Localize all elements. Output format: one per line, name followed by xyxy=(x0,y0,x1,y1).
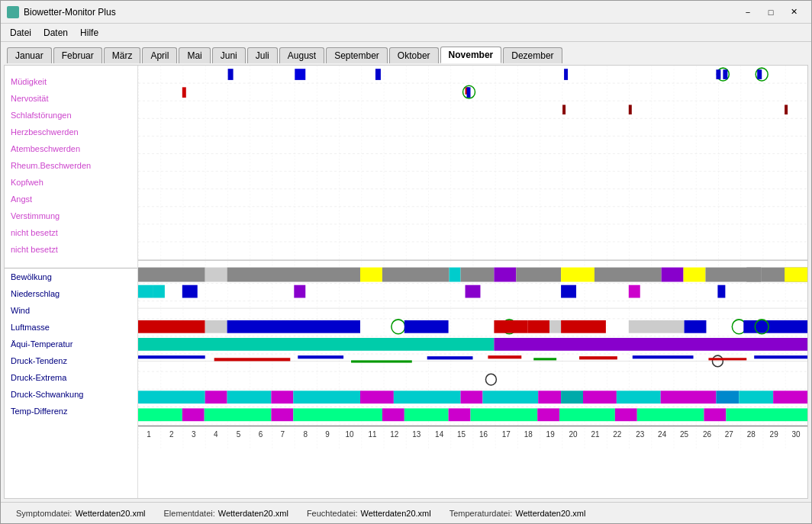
label-nicht-besetzt-1: nicht besetzt xyxy=(5,224,137,241)
svg-rect-22 xyxy=(228,69,234,80)
svg-rect-23 xyxy=(295,69,305,80)
svg-text:27: 27 xyxy=(725,430,733,439)
app-window: Biowetter-Monitor Plus − □ ✕ Datei Daten… xyxy=(0,0,812,524)
svg-text:26: 26 xyxy=(703,430,711,439)
svg-rect-126 xyxy=(704,408,726,421)
svg-text:11: 11 xyxy=(368,430,376,439)
svg-rect-49 xyxy=(594,268,662,282)
svg-rect-26 xyxy=(716,69,720,79)
svg-rect-36 xyxy=(562,104,566,114)
svg-rect-116 xyxy=(271,408,293,421)
status-symptom: Symptomdatei: Wetterdaten20.xml xyxy=(7,509,155,518)
svg-rect-89 xyxy=(533,358,556,360)
tab-februar[interactable]: Februar xyxy=(53,47,102,63)
tab-august[interactable]: August xyxy=(279,47,324,63)
svg-rect-86 xyxy=(351,360,412,362)
tab-september[interactable]: September xyxy=(326,47,388,63)
label-niederschlag: Niederschlag xyxy=(5,285,137,302)
svg-text:7: 7 xyxy=(281,430,285,439)
svg-rect-61 xyxy=(561,285,576,298)
svg-text:28: 28 xyxy=(747,430,756,439)
minimize-button[interactable]: − xyxy=(736,5,759,20)
tab-november[interactable]: November xyxy=(440,47,502,63)
svg-rect-104 xyxy=(482,391,538,403)
svg-rect-127 xyxy=(726,408,807,421)
svg-rect-93 xyxy=(708,358,746,360)
svg-rect-94 xyxy=(754,355,807,358)
svg-rect-74 xyxy=(561,320,606,333)
title-controls: − □ ✕ xyxy=(736,5,805,20)
svg-rect-54 xyxy=(746,268,761,282)
label-bevoelkung: Bewölkung xyxy=(5,268,137,285)
svg-rect-92 xyxy=(633,355,694,358)
chart-area: 1 2 3 4 5 6 7 8 9 10 11 12 13 14 15 16 1 xyxy=(138,66,807,498)
svg-rect-44 xyxy=(450,268,461,282)
svg-text:22: 22 xyxy=(613,430,621,439)
svg-rect-60 xyxy=(466,285,481,298)
menu-daten[interactable]: Daten xyxy=(37,26,74,40)
svg-text:17: 17 xyxy=(502,430,511,439)
tab-mai[interactable]: Mai xyxy=(179,47,210,63)
title-bar-left: Biowetter-Monitor Plus xyxy=(7,6,116,18)
svg-text:2: 2 xyxy=(169,430,174,439)
svg-rect-103 xyxy=(461,391,483,403)
label-nicht-besetzt-2: nicht besetzt xyxy=(5,241,137,258)
svg-rect-37 xyxy=(629,104,632,114)
tab-dezember[interactable]: Dezember xyxy=(503,47,562,63)
svg-rect-107 xyxy=(583,391,617,403)
month-tabs: Januar Februar März April Mai Juni Juli … xyxy=(1,42,811,65)
svg-rect-114 xyxy=(182,408,205,421)
svg-text:9: 9 xyxy=(325,430,330,439)
labels-column: Müdigkeit Nervosität Schlafstörungen Her… xyxy=(5,66,138,498)
feuchte-label: Feuchtedatei: xyxy=(307,509,358,518)
svg-rect-122 xyxy=(537,408,559,421)
svg-rect-123 xyxy=(559,408,615,421)
svg-rect-102 xyxy=(394,391,461,403)
svg-rect-106 xyxy=(561,391,583,403)
window-title: Biowetter-Monitor Plus xyxy=(24,7,116,18)
svg-rect-39 xyxy=(138,268,205,282)
svg-text:8: 8 xyxy=(303,430,308,439)
svg-rect-58 xyxy=(182,285,198,298)
svg-text:10: 10 xyxy=(346,430,354,439)
svg-rect-91 xyxy=(579,356,617,359)
svg-text:19: 19 xyxy=(546,430,555,439)
label-luftmasse: Luftmasse xyxy=(5,319,137,336)
svg-rect-27 xyxy=(723,69,727,79)
svg-rect-110 xyxy=(716,391,739,403)
menu-datei[interactable]: Datei xyxy=(4,26,37,40)
chart-svg: 1 2 3 4 5 6 7 8 9 10 11 12 13 14 15 16 1 xyxy=(138,66,807,498)
svg-rect-69 xyxy=(404,320,449,333)
svg-text:1: 1 xyxy=(147,430,151,439)
svg-rect-78 xyxy=(743,320,807,333)
tab-januar[interactable]: Januar xyxy=(7,47,52,63)
tab-juni[interactable]: Juni xyxy=(212,47,246,63)
tab-maerz[interactable]: März xyxy=(104,47,141,63)
svg-rect-67 xyxy=(227,320,360,333)
element-value: Wetterdaten20.xml xyxy=(218,509,288,518)
status-element: Elementdatei: Wetterdaten20.xml xyxy=(155,509,298,518)
svg-rect-29 xyxy=(757,69,762,79)
label-rheumbeschwerden: Rheum.Beschwerden xyxy=(5,157,137,174)
symptom-value: Wetterdaten20.xml xyxy=(75,509,145,518)
svg-rect-55 xyxy=(785,268,807,282)
label-druck-tendenz: Druck-Tendenz xyxy=(5,352,137,369)
label-atembeschwerden: Atembeschwerden xyxy=(5,140,137,157)
svg-text:21: 21 xyxy=(591,430,599,439)
svg-rect-83 xyxy=(138,355,205,358)
svg-rect-119 xyxy=(404,408,449,421)
tab-juli[interactable]: Juli xyxy=(247,47,278,63)
svg-text:6: 6 xyxy=(259,430,263,439)
svg-rect-30 xyxy=(564,69,568,80)
tab-oktober[interactable]: Oktober xyxy=(389,47,439,63)
label-druck-extrema: Druck-Extrema xyxy=(5,369,137,386)
menu-hilfe[interactable]: Hilfe xyxy=(74,26,105,40)
svg-rect-81 xyxy=(494,338,807,351)
feuchte-value: Wetterdaten20.xml xyxy=(361,509,431,518)
close-button[interactable]: ✕ xyxy=(782,5,805,20)
maximize-button[interactable]: □ xyxy=(759,5,782,20)
tab-april[interactable]: April xyxy=(142,47,177,63)
label-verstimmung: Verstimmung xyxy=(5,207,137,224)
svg-text:23: 23 xyxy=(636,430,644,439)
svg-rect-97 xyxy=(205,391,227,403)
